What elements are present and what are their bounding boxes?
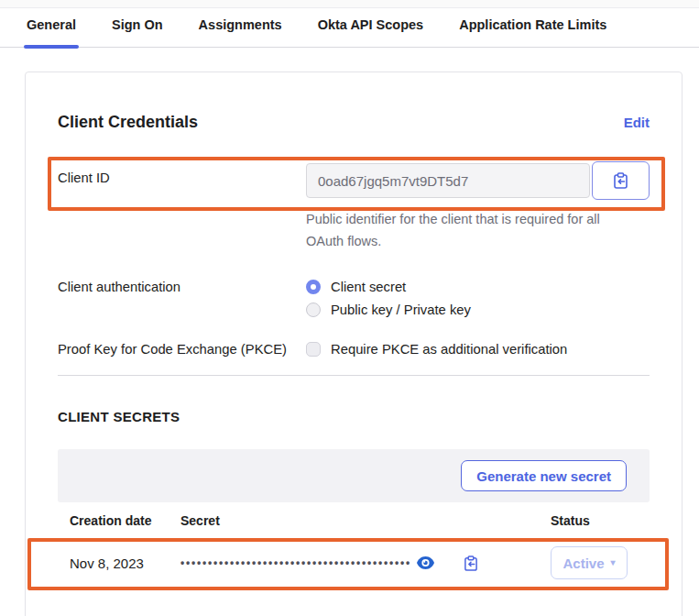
section-divider — [58, 375, 650, 376]
tab-assignments[interactable]: Assignments — [198, 17, 283, 47]
eye-icon — [417, 556, 434, 569]
client-authentication-row: Client authentication Client secret Publ… — [58, 280, 650, 317]
card-header: Client Credentials Edit — [58, 113, 650, 132]
client-authentication-label: Client authentication — [58, 280, 306, 317]
radio-option-public-private-key[interactable]: Public key / Private key — [306, 302, 650, 317]
secret-creation-date: Nov 8, 2023 — [58, 556, 180, 571]
tab-application-rate-limits[interactable]: Application Rate Limits — [458, 17, 607, 47]
radio-unselected-icon[interactable] — [306, 302, 321, 317]
copy-client-id-button[interactable] — [592, 161, 650, 200]
radio-selected-icon[interactable] — [306, 280, 321, 294]
pkce-row: Proof Key for Code Exchange (PKCE) Requi… — [58, 342, 650, 357]
radio-label: Client secret — [331, 280, 406, 294]
client-id-label: Client ID — [58, 161, 306, 252]
checkbox-unchecked-icon[interactable] — [306, 342, 321, 357]
tab-general[interactable]: General — [26, 17, 77, 47]
app-tab-bar: General Sign On Assignments Okta API Sco… — [0, 8, 699, 48]
pkce-label: Proof Key for Code Exchange (PKCE) — [58, 342, 306, 357]
secret-status-dropdown[interactable]: Active ▾ — [551, 546, 628, 579]
table-header-row: Creation date Secret Status — [58, 502, 650, 540]
generate-new-secret-button[interactable]: Generate new secret — [461, 460, 627, 491]
section-title: Client Credentials — [58, 113, 198, 132]
window-top-strip — [0, 0, 699, 8]
edit-link[interactable]: Edit — [624, 115, 650, 130]
client-secrets-title: CLIENT SECRETS — [58, 409, 650, 424]
header-creation-date: Creation date — [58, 513, 180, 528]
radio-option-client-secret[interactable]: Client secret — [306, 280, 650, 294]
client-secrets-table: Creation date Secret Status Nov 8, 2023 … — [58, 502, 650, 586]
tab-sign-on[interactable]: Sign On — [111, 17, 164, 47]
pkce-checkbox-label: Require PKCE as additional verification — [331, 342, 567, 357]
chevron-down-icon: ▾ — [611, 558, 616, 567]
status-label: Active — [562, 556, 604, 571]
radio-label: Public key / Private key — [331, 302, 471, 317]
client-secrets-toolbar: Generate new secret — [58, 449, 650, 502]
pkce-checkbox-option[interactable]: Require PKCE as additional verification — [306, 342, 650, 357]
reveal-secret-button[interactable] — [417, 556, 434, 569]
masked-secret-value: ••••••••••••••••••••••••••••••••••••••••… — [180, 556, 411, 569]
client-id-help-text: Public identifier for the client that is… — [306, 208, 625, 252]
header-secret: Secret — [180, 513, 551, 528]
client-credentials-card: Client Credentials Edit Client ID Pub — [25, 72, 683, 616]
client-id-input[interactable] — [306, 163, 590, 198]
tab-okta-api-scopes[interactable]: Okta API Scopes — [317, 17, 425, 47]
clipboard-copy-icon — [464, 556, 478, 571]
header-status: Status — [551, 513, 650, 528]
copy-secret-button[interactable] — [464, 556, 478, 571]
client-id-row: Client ID Public identifier for the clie… — [58, 161, 650, 252]
clipboard-copy-icon — [613, 172, 628, 189]
table-row: Nov 8, 2023 ••••••••••••••••••••••••••••… — [58, 540, 650, 586]
